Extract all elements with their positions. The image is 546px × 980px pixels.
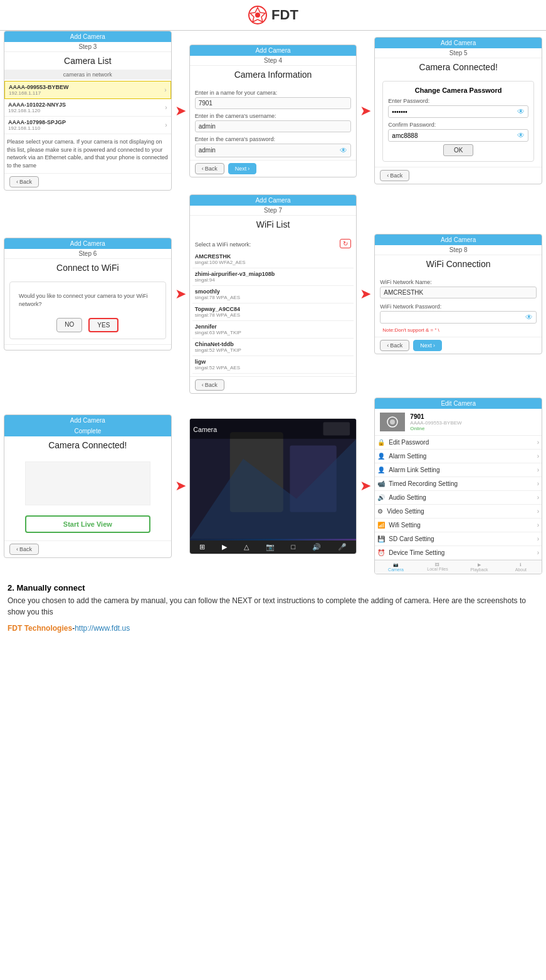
chevron-icon-wifi: ›	[537, 522, 539, 529]
camera-item-2[interactable]: AAAA-107998-SPJGP192.168.1.110 ›	[4, 117, 171, 134]
preview-placeholder	[25, 461, 150, 505]
input-wifi-name[interactable]: AMCRESTHK	[380, 287, 537, 298]
svg-text:Camera: Camera	[193, 426, 217, 433]
back-button-complete[interactable]: ‹Back	[9, 544, 39, 555]
wifi-item-5[interactable]: ChinaNet-tddbsingal:52 WPA_TKIP	[192, 339, 354, 356]
back-button-step4[interactable]: ‹Back	[195, 163, 224, 174]
nav-camera[interactable]: 📷Camera	[375, 561, 416, 574]
toolbar-grid-icon[interactable]: ⊞	[199, 543, 205, 551]
menu-video-setting[interactable]: ⚙Video Setting ›	[375, 505, 542, 519]
page-header: FDT	[0, 0, 546, 31]
screen5-body: Change Camera Password Enter Password: •…	[375, 76, 542, 167]
toolbar-play-icon[interactable]: ▶	[222, 543, 227, 551]
input-username[interactable]: admin	[195, 120, 352, 132]
menu-alarm-setting[interactable]: 👤Alarm Setting ›	[375, 450, 542, 463]
next-button-step4[interactable]: Next›	[228, 163, 257, 174]
toolbar-camera-icon[interactable]: 📷	[266, 543, 275, 551]
label-camera-name: Enter in a name for your camera:	[195, 90, 352, 96]
cameras-in-network-label: cameras in network	[4, 70, 171, 80]
screen3-footer: ‹Back	[4, 173, 171, 190]
edit-camera-menu: 🔒Edit Password › 👤Alarm Setting › 👤Alarm…	[375, 436, 542, 560]
manually-connect-text: Once you chosen to add the camera by man…	[8, 595, 538, 618]
input-confirm-pwd[interactable]: amc8888 👁	[388, 129, 528, 142]
camera-status-display: Online	[410, 426, 461, 431]
menu-wifi-setting[interactable]: 📶Wifi Setting ›	[375, 519, 542, 532]
input-enter-pwd[interactable]: ••••••• 👁	[388, 105, 528, 118]
label-enter-pwd: Enter Password:	[388, 98, 528, 104]
arrow-5-6: ➤	[357, 286, 374, 302]
eye-icon-wifi[interactable]: 👁	[525, 313, 533, 322]
video-icon: ⚙	[377, 508, 383, 515]
manually-connect-title: 2. Manually connect	[8, 583, 538, 593]
wifi-select-label: Select a WiFi network:	[195, 241, 251, 248]
menu-alarm-link[interactable]: 👤Alarm Link Setting ›	[375, 463, 542, 477]
wifi-item-2[interactable]: smoothlysingal:78 WPA_AES	[192, 286, 354, 303]
label-wifi-name: WiFi Network Name:	[380, 279, 537, 285]
row3: Add Camera Complete Camera Connected! St…	[0, 398, 546, 574]
screen8-title: WiFi Connection	[375, 255, 542, 273]
screen-step6: Add Camera Step 6 Connect to WiFi Would …	[4, 238, 172, 350]
screen7-body: Select a WiFi network: ↻ AMCRESTHKsingal…	[190, 233, 357, 376]
chevron-icon-record: ›	[537, 480, 539, 487]
screen5-step: Step 5	[375, 48, 542, 58]
fdt-logo-text: FDT	[271, 7, 298, 23]
toolbar-record-icon[interactable]: □	[291, 543, 296, 551]
wifi-item-1[interactable]: zhimi-airpurifier-v3_miap108bsingal:94	[192, 268, 354, 286]
back-button-step3[interactable]: ‹Back	[9, 176, 39, 187]
screen7-footer: ‹Back	[190, 376, 357, 393]
input-wifi-pwd[interactable]: 👁	[380, 311, 537, 324]
next-button-step8[interactable]: Next›	[413, 340, 442, 351]
live-view-content: Camera	[190, 419, 357, 540]
ok-button[interactable]: OK	[443, 144, 473, 156]
screen6-header: Add Camera	[4, 238, 171, 249]
screen-step5: Add Camera Step 5 Camera Connected! Chan…	[374, 37, 542, 184]
back-button-step5[interactable]: ‹Back	[380, 170, 409, 181]
footer-url[interactable]: http://www.fdt.us	[75, 624, 130, 633]
time-icon: ⏰	[377, 549, 385, 556]
menu-device-time[interactable]: ⏰Device Time Setting ›	[375, 546, 542, 560]
screen8-footer: ‹Back Next›	[375, 337, 542, 354]
menu-audio-setting[interactable]: 🔊Audio Setting ›	[375, 491, 542, 505]
back-button-step8[interactable]: ‹Back	[380, 340, 409, 351]
complete-footer: ‹Back	[4, 540, 171, 557]
row2: Add Camera Step 6 Connect to WiFi Would …	[0, 194, 546, 394]
camera-info: 7901 AAAA-099553-BYBEW Online	[410, 413, 461, 431]
change-pwd-title: Change Camera Password	[388, 87, 528, 94]
back-button-step7[interactable]: ‹Back	[195, 379, 224, 391]
toolbar-triangle-icon[interactable]: △	[244, 543, 249, 551]
input-camera-name[interactable]: 7901	[195, 97, 352, 109]
screen4-header: Add Camera	[190, 45, 357, 56]
arrow-7-8: ➤	[172, 478, 189, 494]
no-button[interactable]: NO	[56, 318, 82, 332]
start-live-button[interactable]: Start Live View	[25, 515, 150, 533]
yes-button[interactable]: YES	[88, 318, 118, 332]
nav-playback[interactable]: ▶Playback	[458, 561, 500, 574]
camera-item-1[interactable]: AAAA-101022-NNYJS192.168.1.120 ›	[4, 99, 171, 117]
lock-icon: 🔒	[377, 439, 385, 446]
wifi-item-6[interactable]: ligwsingal:52 WPA_AES	[192, 356, 354, 374]
nav-about[interactable]: ℹAbout	[500, 561, 542, 574]
wifi-item-0[interactable]: AMCRESTHKsingal:100 WFA2_AES	[192, 251, 354, 268]
edit-camera-header: Edit Camera	[375, 398, 542, 409]
toolbar-mic-icon[interactable]: 🎤	[338, 543, 347, 551]
eye-icon-enter[interactable]: 👁	[517, 107, 525, 116]
screen4-step: Step 4	[190, 56, 357, 66]
refresh-icon[interactable]: ↻	[340, 239, 351, 248]
eye-icon-confirm[interactable]: 👁	[517, 131, 525, 140]
wifi-item-4[interactable]: Jennifersingal:63 WPA_TKIP	[192, 321, 354, 339]
screen-toolbar: ⊞ ▶ △ 📷 □ 🔊 🎤	[190, 540, 357, 554]
chevron-icon-alarm: ›	[537, 453, 539, 460]
ok-button-row: OK	[388, 144, 528, 156]
eye-icon-pwd[interactable]: 👁	[340, 146, 347, 155]
wifi-btn-row: NO YES	[16, 318, 159, 332]
nav-local-files[interactable]: 🖼Local Files	[417, 561, 458, 574]
wifi-item-3[interactable]: Topway_A9CC84singal:78 WPA_AES	[192, 303, 354, 321]
arrow-2-3: ➤	[357, 103, 374, 119]
menu-timed-recording[interactable]: 📹Timed Recording Setting ›	[375, 477, 542, 491]
toolbar-audio-icon[interactable]: 🔊	[312, 543, 321, 551]
sd-icon: 💾	[377, 535, 385, 542]
menu-edit-password[interactable]: 🔒Edit Password ›	[375, 436, 542, 450]
camera-item-0[interactable]: AAAA-099553-BYBEW192.168.1.117 ›	[4, 81, 171, 99]
input-password[interactable]: admin 👁	[195, 144, 352, 157]
menu-sd-card[interactable]: 💾SD Card Setting ›	[375, 532, 542, 546]
